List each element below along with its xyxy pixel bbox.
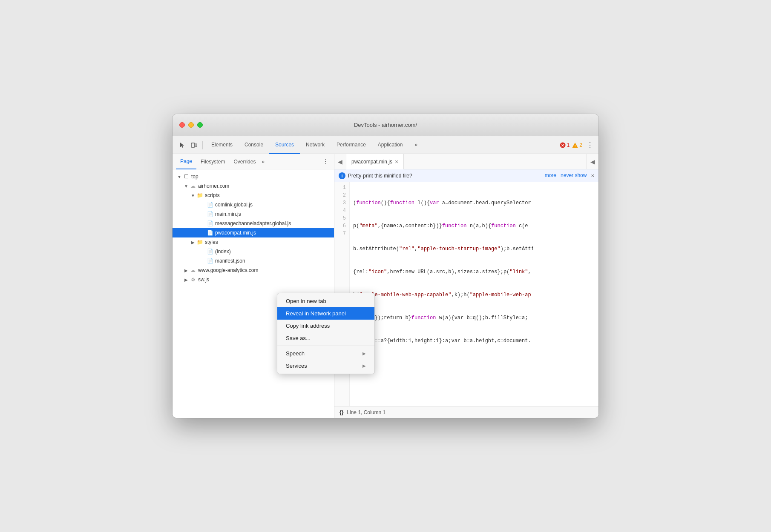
file-icon: 📄 (207, 229, 213, 236)
sub-tabs: Page Filesystem Overrides » ⋮ (173, 154, 334, 169)
code-line-1: (function(){function l(){var a=document.… (353, 199, 595, 207)
file-tree: ▼ ☐ top ▼ ☁ airhorner.com ▼ (173, 169, 334, 287)
pp-actions: more never show × (545, 172, 594, 179)
folder-icon: 📁 (196, 239, 203, 246)
tree-item-comlink[interactable]: 📄 comlink.global.js (173, 200, 334, 209)
window-title: DevTools - airhorner.com/ (354, 122, 417, 128)
tree-item-scripts[interactable]: ▼ 📁 scripts (173, 191, 334, 200)
close-button[interactable] (179, 122, 185, 128)
tree-item-styles[interactable]: ▶ 📁 styles (173, 237, 334, 247)
pp-close-button[interactable]: × (591, 172, 594, 179)
editor-tabs: ◀ pwacompat.min.js × ◀ (334, 154, 598, 169)
warning-icon: ! (572, 142, 578, 148)
tab-elements[interactable]: Elements (205, 136, 239, 154)
sub-tab-page[interactable]: Page (176, 154, 196, 169)
sub-tab-filesystem[interactable]: Filesystem (196, 154, 229, 169)
code-content: (function(){function l(){var a=document.… (350, 182, 598, 406)
info-icon: i (339, 172, 345, 179)
file-icon: 📄 (207, 211, 213, 217)
minimize-button[interactable] (188, 122, 194, 128)
pp-more-link[interactable]: more (545, 172, 556, 179)
status-position: Line 1, Column 1 (347, 409, 386, 415)
context-menu-separator (277, 346, 374, 346)
status-bar: {} Line 1, Column 1 (334, 406, 598, 418)
ctx-services[interactable]: Services ▶ (277, 360, 374, 372)
left-panel-body: ▼ ☐ top ▼ ☁ airhorner.com ▼ (173, 169, 334, 287)
tab-performance[interactable]: Performance (331, 136, 372, 154)
tab-application[interactable]: Application (372, 136, 409, 154)
tab-console[interactable]: Console (239, 136, 269, 154)
toolbar: Elements Console Sources Network Perform… (173, 136, 598, 154)
chevron-right-icon: ▶ (183, 276, 190, 283)
toolbar-right: ✕ 1 ! 2 ⋮ (560, 140, 595, 150)
tree-item-google-analytics[interactable]: ▶ ☁ www.google-analytics.com (173, 266, 334, 275)
error-icon: ✕ (560, 142, 566, 148)
code-line-7: void 0===a?{width:1,height:1}:a;var b=a.… (353, 337, 595, 345)
cloud-icon: ☁ (190, 183, 196, 189)
tree-item-airhorner[interactable]: ▼ ☁ airhorner.com (173, 181, 334, 191)
editor-tab-end[interactable]: ◀ (587, 154, 598, 169)
file-icon: 📄 (207, 201, 213, 208)
traffic-lights (179, 122, 203, 128)
code-line-2: p("meta",{name:a,content:b})}function n(… (353, 222, 595, 230)
context-menu-popup: Open in new tab Reveal in Network panel … (277, 293, 375, 374)
chevron-right-icon: ▶ (190, 239, 196, 246)
error-badge: ✕ 1 (560, 142, 570, 148)
file-icon: 📄 (207, 257, 213, 264)
device-emulation-icon[interactable] (188, 139, 200, 151)
toolbar-separator (202, 141, 203, 149)
sub-tabs-more[interactable]: » (260, 159, 266, 165)
svg-text:!: ! (575, 144, 576, 148)
editor-tab-pwacompat[interactable]: pwacompat.min.js × (346, 154, 404, 169)
file-icon: 📄 (207, 220, 213, 227)
file-icon: 📄 (207, 248, 213, 255)
sub-tabs-menu[interactable]: ⋮ (320, 157, 331, 166)
checkbox-icon: ☐ (183, 173, 190, 180)
chevron-right-icon: ▶ (183, 267, 190, 274)
chevron-down-icon: ▼ (183, 183, 190, 189)
ctx-reveal-network[interactable]: Reveal in Network panel (277, 307, 374, 320)
tree-item-index[interactable]: 📄 (index) (173, 247, 334, 256)
editor-tab-close-icon[interactable]: × (395, 158, 398, 165)
chevron-down-icon: ▼ (190, 192, 196, 199)
toolbar-menu-button[interactable]: ⋮ (585, 140, 595, 150)
right-panel: ◀ pwacompat.min.js × ◀ i Pretty-print th… (334, 154, 598, 418)
tree-item-pwacompat[interactable]: 📄 pwacompat.min.js (173, 228, 334, 237)
code-line-5: h("apple-mobile-web-app-capable",k);h("a… (353, 291, 595, 299)
maximize-button[interactable] (197, 122, 203, 128)
tab-sources[interactable]: Sources (269, 136, 300, 154)
cursor-icon[interactable] (176, 139, 188, 151)
tree-item-main[interactable]: 📄 main.min.js (173, 209, 334, 219)
chevron-right-icon: ▶ (362, 351, 366, 356)
left-panel: Page Filesystem Overrides » ⋮ (173, 154, 334, 418)
content-area: Page Filesystem Overrides » ⋮ (173, 154, 598, 418)
tree-item-messagechannel[interactable]: 📄 messagechanneladapter.global.js (173, 219, 334, 228)
pp-never-show-link[interactable]: never show (561, 172, 587, 179)
pretty-print-bar: i Pretty-print this minified file? more … (334, 169, 598, 182)
code-line-6: (b=a[1]});return b}function w(a){var b=q… (353, 314, 595, 322)
ctx-copy-link[interactable]: Copy link address (277, 320, 374, 332)
nav-tabs: Elements Console Sources Network Perform… (205, 136, 560, 154)
code-line-4: {rel:"icon",href:new URL(a.src,b),sizes:… (353, 268, 595, 276)
chevron-down-icon: ▼ (176, 173, 183, 180)
tab-more[interactable]: » (409, 136, 424, 154)
tab-network[interactable]: Network (300, 136, 331, 154)
tree-item-top[interactable]: ▼ ☐ top (173, 172, 334, 181)
svg-rect-1 (195, 144, 197, 147)
chevron-right-icon: ▶ (362, 363, 366, 368)
pretty-print-icon[interactable]: {} (339, 409, 343, 415)
ctx-open-new-tab[interactable]: Open in new tab (277, 295, 374, 307)
svg-rect-0 (191, 143, 195, 147)
warn-badge: ! 2 (572, 142, 582, 148)
ctx-save-as[interactable]: Save as... (277, 332, 374, 344)
sub-tab-overrides[interactable]: Overrides (229, 154, 260, 169)
svg-text:✕: ✕ (561, 143, 564, 148)
editor-tab-back[interactable]: ◀ (334, 154, 346, 169)
ctx-speech[interactable]: Speech ▶ (277, 347, 374, 360)
tree-item-swjs[interactable]: ▶ ⚙ sw.js (173, 275, 334, 284)
code-line-3: b.setAttribute("rel","apple-touch-startu… (353, 245, 595, 253)
tree-item-manifest[interactable]: 📄 manifest.json (173, 256, 334, 266)
devtools-window: DevTools - airhorner.com/ Elements Conso… (173, 114, 598, 418)
title-bar: DevTools - airhorner.com/ (173, 114, 598, 136)
gear-icon: ⚙ (190, 276, 196, 283)
